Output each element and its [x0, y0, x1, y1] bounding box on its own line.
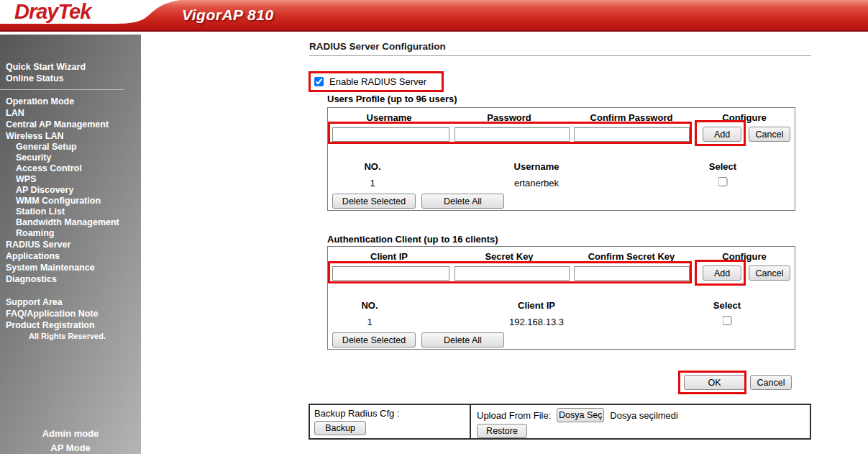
- sidebar-item-bandwidth-management[interactable]: Bandwidth Management: [0, 217, 141, 228]
- client-row-number: 1: [367, 317, 372, 327]
- users-delete-all-button[interactable]: Delete All: [421, 194, 504, 209]
- radius-server-config-page: { "header": { "logo": "DrayTek", "model"…: [0, 0, 868, 454]
- users-cancel-button[interactable]: Cancel: [749, 127, 790, 142]
- page-title: RADIUS Server Configuration: [309, 41, 446, 52]
- password-input[interactable]: [454, 127, 570, 142]
- clients-cancel-button[interactable]: Cancel: [749, 265, 790, 281]
- users-list-col-no: NO.: [364, 161, 380, 172]
- clients-list-col-no: NO.: [361, 300, 378, 311]
- sidebar-item-system-maintenance[interactable]: System Maintenance: [0, 262, 141, 273]
- user-row-username: ertanerbek: [514, 178, 559, 189]
- admin-mode-link[interactable]: Admin mode: [0, 428, 141, 439]
- sidebar-item-operation-mode[interactable]: Operation Mode: [0, 96, 141, 107]
- users-col-password: Password: [487, 112, 531, 123]
- confirm-secret-key-input[interactable]: [574, 266, 690, 281]
- sidebar-item-support-area[interactable]: Support Area: [0, 296, 141, 308]
- users-delete-selected-button[interactable]: Delete Selected: [332, 194, 416, 209]
- draytek-logo: DrayTek: [14, 0, 91, 24]
- clients-delete-selected-button[interactable]: Delete Selected: [332, 332, 416, 348]
- clients-col-confirm-secret-key: Confirm Secret Key: [588, 251, 675, 262]
- sidebar-item-central-ap-management[interactable]: Central AP Management: [0, 119, 141, 130]
- client-row-ip: 192.168.13.3: [509, 317, 564, 327]
- sidebar-item-access-control[interactable]: Access Control: [0, 163, 141, 174]
- restore-button[interactable]: Restore: [477, 424, 527, 438]
- sidebar-item-product-registration[interactable]: Product Registration: [0, 319, 141, 331]
- enable-radius-checkbox[interactable]: [314, 77, 324, 86]
- confirm-password-input[interactable]: [574, 127, 690, 142]
- device-model-title: VigorAP 810: [182, 6, 274, 24]
- clients-col-client-ip: Client IP: [370, 251, 408, 262]
- restore-cell: Upload From File: Dosya Seç Dosya seçilm…: [470, 405, 810, 438]
- enable-radius-row: Enable RADIUS Server: [309, 71, 444, 92]
- backup-cell: Backup Radius Cfg : Backup: [310, 405, 470, 438]
- users-list-col-username: Username: [514, 161, 559, 172]
- sidebar-menu: Quick Start Wizard Online Status Operati…: [0, 35, 141, 454]
- sidebar-item-roaming[interactable]: Roaming: [0, 228, 141, 239]
- top-banner: DrayTek VigorAP 810: [0, 0, 868, 32]
- auth-client-section-label: Authentication Client (up to 16 clients): [327, 234, 498, 245]
- clients-list-col-select: Select: [713, 300, 741, 311]
- users-add-button[interactable]: Add: [703, 127, 741, 142]
- backup-restore-panel: Backup Radius Cfg : Backup Upload From F…: [309, 404, 811, 440]
- sidebar-divider: [0, 89, 124, 90]
- banner-swoosh-graphic: [0, 0, 868, 32]
- secret-key-input[interactable]: [454, 266, 570, 281]
- username-input[interactable]: [332, 127, 449, 142]
- sidebar-item-wps[interactable]: WPS: [0, 174, 141, 185]
- sidebar-item-radius-server[interactable]: RADIUS Server: [0, 239, 141, 250]
- client-ip-input[interactable]: [332, 266, 449, 281]
- clients-list-col-client-ip: Client IP: [518, 300, 555, 311]
- sidebar-item-wireless-lan[interactable]: Wireless LAN: [0, 130, 141, 142]
- ap-mode-link[interactable]: AP Mode: [0, 442, 141, 453]
- sidebar-item-online-status[interactable]: Online Status: [0, 73, 141, 84]
- users-col-configure: Configure: [722, 112, 766, 123]
- sidebar-item-ap-discovery[interactable]: AP Discovery: [0, 185, 141, 196]
- sidebar-item-faq-application-note[interactable]: FAQ/Application Note: [0, 308, 141, 319]
- auth-client-table: Client IP Secret Key Confirm Secret Key …: [327, 246, 795, 350]
- sidebar-item-station-list[interactable]: Station List: [0, 206, 141, 217]
- sidebar-item-security[interactable]: Security: [0, 153, 141, 163]
- sidebar-item-general-setup[interactable]: General Setup: [0, 142, 141, 153]
- users-col-username: Username: [367, 112, 412, 123]
- sidebar-item-applications[interactable]: Applications: [0, 250, 141, 262]
- no-file-selected-text: Dosya seçilmedi: [610, 410, 678, 421]
- sidebar-item-lan[interactable]: LAN: [0, 107, 141, 119]
- user-row-number: 1: [370, 178, 375, 189]
- client-row-select-checkbox[interactable]: [723, 316, 732, 325]
- backup-button[interactable]: Backup: [314, 421, 366, 435]
- sidebar-item-quick-start-wizard[interactable]: Quick Start Wizard: [0, 61, 141, 73]
- sidebar-item-diagnostics[interactable]: Diagnostics: [0, 273, 141, 285]
- user-row-select-checkbox[interactable]: [718, 177, 728, 186]
- enable-radius-label: Enable RADIUS Server: [329, 76, 426, 87]
- users-profile-section-label: Users Profile (up to 96 users): [327, 94, 457, 104]
- users-profile-table: Username Password Confirm Password Confi…: [327, 107, 795, 211]
- upload-from-file-label: Upload From File:: [477, 410, 551, 421]
- users-col-confirm-password: Confirm Password: [590, 112, 673, 123]
- sidebar-copyright-note: All Rights Reserved.: [0, 331, 141, 342]
- clients-delete-all-button[interactable]: Delete All: [421, 332, 504, 348]
- ok-button[interactable]: OK: [684, 375, 745, 390]
- sidebar-item-wmm-configuration[interactable]: WMM Configuration: [0, 196, 141, 206]
- users-list-col-select: Select: [709, 161, 736, 172]
- cancel-button[interactable]: Cancel: [750, 375, 792, 390]
- clients-add-button[interactable]: Add: [703, 265, 741, 281]
- backup-label: Backup Radius Cfg :: [314, 408, 465, 419]
- clients-col-configure: Configure: [722, 251, 766, 262]
- clients-col-secret-key: Secret Key: [485, 251, 533, 262]
- choose-file-button[interactable]: Dosya Seç: [557, 408, 604, 422]
- title-divider: [309, 55, 811, 56]
